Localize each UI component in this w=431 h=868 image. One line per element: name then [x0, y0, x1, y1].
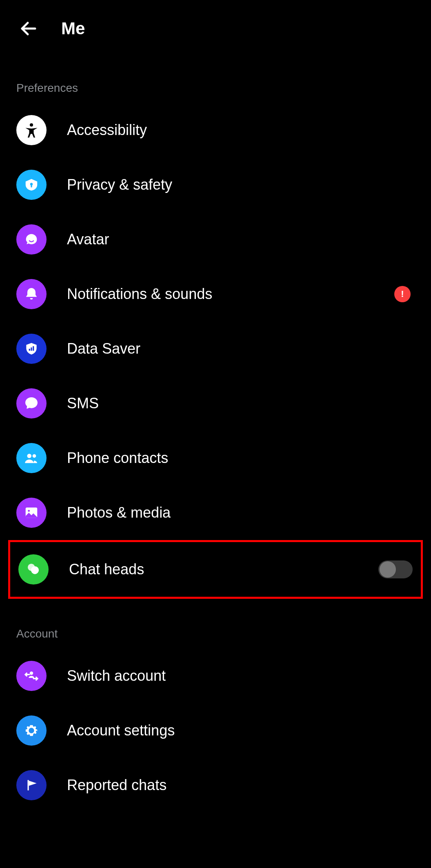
privacy-icon — [16, 170, 47, 200]
row-account-settings[interactable]: Account settings — [0, 703, 431, 758]
row-label: Avatar — [67, 231, 415, 248]
image-icon — [16, 498, 47, 528]
shield-icon — [16, 334, 47, 364]
arrow-left-icon — [19, 19, 38, 38]
row-label: Photos & media — [67, 504, 415, 521]
row-notifications[interactable]: Notifications & sounds ! — [0, 267, 431, 321]
row-switch-account[interactable]: Switch account — [0, 649, 431, 703]
svg-point-12 — [31, 566, 39, 574]
flag-icon — [16, 770, 47, 800]
row-sms[interactable]: SMS — [0, 376, 431, 431]
row-data-saver[interactable]: Data Saver — [0, 321, 431, 376]
bell-icon — [16, 279, 47, 309]
header: Me — [0, 0, 431, 53]
row-label: Switch account — [67, 667, 415, 684]
section-header-account: Account — [0, 599, 431, 649]
svg-rect-6 — [33, 346, 34, 351]
svg-point-13 — [30, 671, 33, 675]
page-title: Me — [61, 19, 85, 38]
chat-heads-toggle[interactable] — [378, 560, 413, 578]
highlight-chat-heads: Chat heads — [8, 540, 423, 599]
people-icon — [16, 443, 47, 473]
svg-point-1 — [30, 123, 33, 126]
avatar-icon — [16, 224, 47, 255]
svg-point-7 — [27, 454, 32, 458]
svg-rect-5 — [31, 348, 32, 351]
section-header-preferences: Preferences — [0, 53, 431, 103]
switch-account-icon — [16, 661, 47, 691]
alert-badge: ! — [394, 286, 411, 302]
svg-rect-15 — [28, 780, 29, 790]
accessibility-icon — [16, 115, 47, 145]
row-avatar[interactable]: Avatar — [0, 212, 431, 267]
svg-point-10 — [28, 510, 30, 512]
row-label: Notifications & sounds — [67, 286, 394, 303]
toggle-knob — [380, 561, 396, 578]
chat-bubble-icon — [16, 388, 47, 418]
row-privacy[interactable]: Privacy & safety — [0, 157, 431, 212]
row-accessibility[interactable]: Accessibility — [0, 103, 431, 157]
row-label: Account settings — [67, 722, 415, 739]
back-button[interactable] — [16, 16, 41, 41]
row-label: Privacy & safety — [67, 176, 415, 193]
row-chat-heads[interactable]: Chat heads — [18, 542, 413, 597]
row-phone-contacts[interactable]: Phone contacts — [0, 431, 431, 485]
row-label: SMS — [67, 395, 415, 412]
row-label: Data Saver — [67, 340, 415, 357]
svg-rect-4 — [29, 349, 30, 351]
gear-icon — [16, 715, 47, 746]
row-label: Reported chats — [67, 777, 415, 794]
svg-rect-3 — [31, 185, 32, 187]
row-label: Accessibility — [67, 122, 415, 139]
row-label: Phone contacts — [67, 450, 415, 467]
row-label: Chat heads — [69, 561, 378, 578]
row-reported-chats[interactable]: Reported chats — [0, 758, 431, 813]
chat-heads-icon — [18, 554, 49, 585]
svg-point-14 — [30, 729, 33, 732]
row-photos-media[interactable]: Photos & media — [0, 485, 431, 540]
svg-point-8 — [33, 454, 36, 458]
